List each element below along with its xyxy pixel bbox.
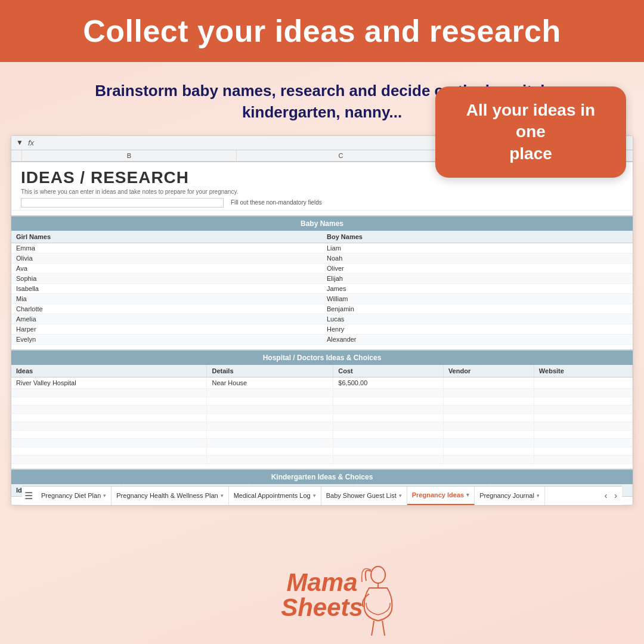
hospital-empty-cell — [333, 397, 444, 405]
sheet-body: IDEAS / RESEARCH This is where you can e… — [11, 162, 633, 505]
hospital-details-header: Details — [207, 365, 333, 377]
ideas-input-field[interactable] — [21, 198, 224, 208]
tab-label: Baby Shower Guest List — [326, 492, 397, 499]
hospital-section-header: Hospital / Doctors Ideas & Choices — [11, 349, 633, 365]
table-row: CharlotteBenjamin — [11, 304, 633, 314]
hospital-empty-cell — [333, 430, 444, 438]
boy-name-cell: James — [322, 283, 633, 293]
hospital-empty-cell — [11, 388, 207, 397]
table-row — [11, 413, 633, 422]
tab-item-pregnancy-journal[interactable]: Pregnancy Journal▾ — [475, 487, 545, 505]
svg-point-0 — [371, 566, 385, 583]
girl-names-header: Girl Names — [11, 231, 322, 243]
tab-dropdown-icon[interactable]: ▾ — [399, 493, 402, 499]
baby-names-section-header: Baby Names — [11, 215, 633, 231]
hospital-empty-cell — [11, 447, 207, 455]
tab-navigation: ‹ › — [602, 491, 620, 500]
table-row: HarperHenry — [11, 324, 633, 334]
tab-prev-icon[interactable]: ‹ — [602, 491, 610, 500]
callout-line1: All your ideas in one — [466, 101, 595, 141]
kindergarten-section-header: Kindergarten Ideas & Choices — [11, 469, 633, 484]
hospital-empty-cell — [333, 422, 444, 430]
table-row: River Valley HospitalNear House$6,500.00 — [11, 377, 633, 388]
hospital-empty-cell — [443, 405, 534, 413]
hospital-cost-header: Cost — [333, 365, 444, 377]
boy-name-cell: Liam — [322, 243, 633, 253]
tab-item-pregnancy-diet-plan[interactable]: Pregnancy Diet Plan▾ — [36, 487, 112, 505]
hospital-empty-cell — [534, 388, 632, 397]
tab-bar: ☰ Pregnancy Diet Plan▾Pregnancy Health &… — [22, 486, 622, 505]
hospital-empty-cell — [11, 430, 207, 438]
hospital-empty-cell — [11, 438, 207, 447]
table-row — [11, 405, 633, 413]
ideas-input-row: Fill out these non-mandatory fields — [21, 198, 623, 208]
table-row — [11, 422, 633, 430]
hospital-empty-cell — [207, 413, 333, 422]
hospital-empty-cell — [333, 438, 444, 447]
hospital-empty-cell — [11, 455, 207, 463]
hospital-empty-cell — [207, 447, 333, 455]
tab-menu-icon[interactable]: ☰ — [24, 490, 33, 501]
hospital-empty-cell — [11, 413, 207, 422]
hospital-empty-cell — [11, 397, 207, 405]
table-row: AvaOliver — [11, 263, 633, 273]
spreadsheet-wrapper: ▼ fx B C D E F G IDEAS / RESEARCH This i… — [11, 135, 633, 506]
hospital-empty-cell — [443, 430, 534, 438]
tab-label: Pregnancy Health & Wellness Plan — [116, 492, 218, 499]
hospital-empty-cell — [207, 405, 333, 413]
tab-item-pregnancy-ideas[interactable]: Pregnancy Ideas▾ — [407, 487, 475, 505]
logo-area: Mama Sheets — [281, 570, 363, 620]
hospital-empty-cell — [11, 405, 207, 413]
hospital-ideas-header: Ideas — [11, 365, 207, 377]
tab-next-icon[interactable]: › — [612, 491, 620, 500]
girl-name-cell: Emma — [11, 243, 322, 253]
table-row — [11, 388, 633, 397]
girl-name-cell: Isabella — [11, 283, 322, 293]
hospital-empty-cell — [207, 397, 333, 405]
hospital-empty-cell — [207, 430, 333, 438]
hospital-empty-cell — [534, 447, 632, 455]
girl-name-cell: Evelyn — [11, 334, 322, 344]
header-banner: Collect your ideas and research — [0, 0, 644, 62]
hospital-empty-cell — [207, 388, 333, 397]
hospital-empty-cell — [333, 413, 444, 422]
callout-line2: place — [509, 144, 552, 163]
tab-dropdown-icon[interactable]: ▾ — [466, 492, 469, 498]
ideas-input-label: Fill out these non-mandatory fields — [231, 199, 322, 206]
hospital-details-cell: Near House — [207, 377, 333, 388]
hospital-empty-cell — [333, 388, 444, 397]
boy-name-cell: Alexander — [322, 334, 633, 344]
tab-item-baby-shower-guest-list[interactable]: Baby Shower Guest List▾ — [321, 487, 407, 505]
hospital-empty-cell — [207, 438, 333, 447]
girl-name-cell: Ava — [11, 263, 322, 273]
girl-name-cell: Harper — [11, 324, 322, 334]
tab-dropdown-icon[interactable]: ▾ — [537, 493, 540, 499]
tab-dropdown-icon[interactable]: ▾ — [313, 493, 316, 499]
hospital-empty-cell — [207, 422, 333, 430]
boy-name-cell: Oliver — [322, 263, 633, 273]
hospital-empty-cell — [534, 455, 632, 463]
boy-name-cell: Noah — [322, 253, 633, 263]
hospital-empty-cell — [443, 438, 534, 447]
pregnant-figure-icon — [351, 564, 399, 638]
col-c: C — [237, 150, 445, 162]
hospital-cost-cell: $6,500.00 — [333, 377, 444, 388]
header-title: Collect your ideas and research — [24, 13, 620, 49]
boy-names-header: Boy Names — [322, 231, 633, 243]
table-row — [11, 447, 633, 455]
fx-label: fx — [28, 138, 34, 147]
table-row: AmeliaLucas — [11, 314, 633, 324]
hospital-empty-cell — [443, 455, 534, 463]
tab-dropdown-icon[interactable]: ▾ — [221, 493, 224, 499]
girl-name-cell: Olivia — [11, 253, 322, 263]
table-row: MiaWilliam — [11, 293, 633, 304]
hospital-empty-cell — [333, 405, 444, 413]
hospital-empty-cell — [534, 430, 632, 438]
hospital-empty-cell — [534, 397, 632, 405]
hospital-empty-cell — [443, 447, 534, 455]
col-b: B — [22, 150, 237, 162]
hospital-empty-cell — [534, 405, 632, 413]
tab-item-pregnancy-health-&-wellness-plan[interactable]: Pregnancy Health & Wellness Plan▾ — [112, 487, 228, 505]
tab-item-medical-appointments-log[interactable]: Medical Appointments Log▾ — [229, 487, 321, 505]
tab-dropdown-icon[interactable]: ▾ — [103, 493, 106, 499]
